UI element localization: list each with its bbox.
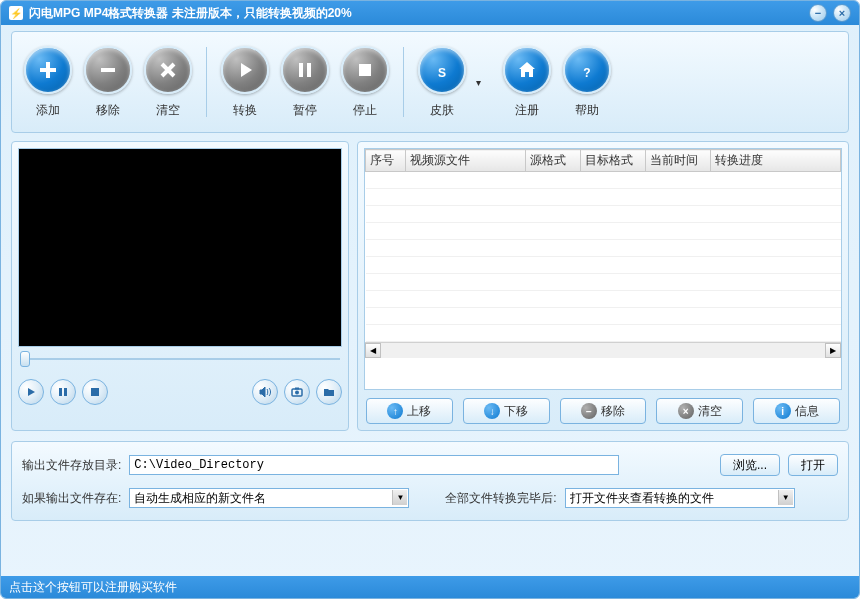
svg-text:?: ?: [583, 66, 590, 80]
status-text: 点击这个按钮可以注册购买软件: [9, 579, 177, 596]
camera-icon: [291, 386, 303, 398]
browse-button[interactable]: 浏览...: [720, 454, 780, 476]
preview-play-button[interactable]: [18, 379, 44, 405]
x-icon: [157, 59, 179, 81]
svg-rect-2: [307, 63, 311, 77]
app-icon: ⚡: [9, 6, 23, 20]
col-time[interactable]: 当前时间: [646, 150, 711, 172]
col-source[interactable]: 视频源文件: [406, 150, 526, 172]
minus-icon: [97, 59, 119, 81]
svg-text:S: S: [438, 66, 446, 80]
preview-panel: [11, 141, 349, 431]
folder-icon: [323, 386, 335, 398]
col-index[interactable]: 序号: [366, 150, 406, 172]
stop-icon: [354, 59, 376, 81]
after-select[interactable]: 打开文件夹查看转换的文件 ▼: [565, 488, 795, 508]
question-icon: ?: [574, 57, 600, 83]
remove-button[interactable]: 移除: [80, 44, 136, 121]
seek-thumb[interactable]: [20, 351, 30, 367]
file-list-panel: 序号 视频源文件 源格式 目标格式 当前时间 转换进度: [357, 141, 849, 431]
add-button[interactable]: 添加: [20, 44, 76, 121]
separator: [206, 47, 207, 117]
scroll-right-button[interactable]: ▶: [825, 343, 841, 358]
volume-button[interactable]: [252, 379, 278, 405]
exists-label: 如果输出文件存在:: [22, 490, 121, 507]
minus-icon: −: [581, 403, 597, 419]
skin-s-icon: S: [429, 57, 455, 83]
scroll-left-button[interactable]: ◀: [365, 343, 381, 358]
list-clear-button[interactable]: ×清空: [656, 398, 743, 424]
svg-rect-0: [101, 68, 115, 72]
app-window: ⚡ 闪电MPG MP4格式转换器 未注册版本，只能转换视频的20% − × 添加…: [0, 0, 860, 599]
register-button[interactable]: 注册: [499, 44, 555, 121]
skin-button[interactable]: S 皮肤: [414, 44, 470, 121]
move-down-button[interactable]: ↓下移: [463, 398, 550, 424]
status-bar: 点击这个按钮可以注册购买软件: [1, 576, 859, 598]
output-settings-panel: 输出文件存放目录: 浏览... 打开 如果输出文件存在: 自动生成相应的新文件名…: [11, 441, 849, 521]
seek-slider[interactable]: [18, 351, 342, 367]
help-button[interactable]: ? 帮助: [559, 44, 615, 121]
svg-rect-1: [299, 63, 303, 77]
info-icon: i: [775, 403, 791, 419]
exists-select[interactable]: 自动生成相应的新文件名 ▼: [129, 488, 409, 508]
minimize-button[interactable]: −: [809, 4, 827, 22]
skin-dropdown-arrow[interactable]: ▾: [476, 77, 481, 88]
table-scrollbar[interactable]: ◀ ▶: [365, 342, 841, 358]
home-icon: [516, 59, 538, 81]
preview-stop-button[interactable]: [82, 379, 108, 405]
col-dstfmt[interactable]: 目标格式: [581, 150, 646, 172]
svg-rect-7: [64, 388, 67, 396]
main-toolbar: 添加 移除 清空 转换 暂停 停止 S 皮肤 ▾: [11, 31, 849, 133]
folder-button[interactable]: [316, 379, 342, 405]
snapshot-button[interactable]: [284, 379, 310, 405]
move-up-button[interactable]: ↑上移: [366, 398, 453, 424]
list-remove-button[interactable]: −移除: [560, 398, 647, 424]
after-label: 全部文件转换完毕后:: [445, 490, 556, 507]
arrow-down-icon: ↓: [484, 403, 500, 419]
convert-button[interactable]: 转换: [217, 44, 273, 121]
col-progress[interactable]: 转换进度: [711, 150, 841, 172]
titlebar: ⚡ 闪电MPG MP4格式转换器 未注册版本，只能转换视频的20% − ×: [1, 1, 859, 25]
stop-button[interactable]: 停止: [337, 44, 393, 121]
play-icon: [26, 387, 36, 397]
clear-button[interactable]: 清空: [140, 44, 196, 121]
speaker-icon: [259, 386, 271, 398]
svg-rect-11: [295, 388, 299, 390]
x-icon: ×: [678, 403, 694, 419]
col-srcfmt[interactable]: 源格式: [526, 150, 581, 172]
pause-button[interactable]: 暂停: [277, 44, 333, 121]
plus-icon: [37, 59, 59, 81]
pause-icon: [58, 387, 68, 397]
info-button[interactable]: i信息: [753, 398, 840, 424]
svg-rect-3: [359, 64, 371, 76]
play-icon: [234, 59, 256, 81]
svg-rect-6: [59, 388, 62, 396]
video-preview: [18, 148, 342, 347]
stop-icon: [90, 387, 100, 397]
svg-point-10: [295, 391, 299, 395]
file-table[interactable]: 序号 视频源文件 源格式 目标格式 当前时间 转换进度: [364, 148, 842, 390]
arrow-up-icon: ↑: [387, 403, 403, 419]
separator: [403, 47, 404, 117]
outdir-label: 输出文件存放目录:: [22, 457, 121, 474]
open-button[interactable]: 打开: [788, 454, 838, 476]
outdir-input[interactable]: [129, 455, 619, 475]
pause-icon: [294, 59, 316, 81]
window-title: 闪电MPG MP4格式转换器 未注册版本，只能转换视频的20%: [29, 5, 352, 22]
close-button[interactable]: ×: [833, 4, 851, 22]
svg-rect-8: [91, 388, 99, 396]
preview-pause-button[interactable]: [50, 379, 76, 405]
